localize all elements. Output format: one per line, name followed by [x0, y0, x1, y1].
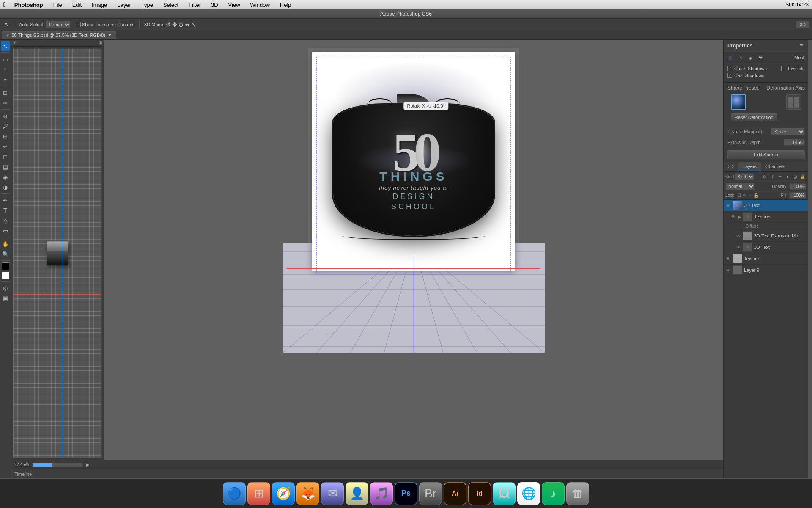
dock-contacts[interactable]: 👤	[346, 482, 368, 505]
layer-item-extrusion[interactable]: 👁 E 3D Text Extrusion Ma...	[734, 230, 808, 242]
tool-crop[interactable]: ⊡	[1, 88, 10, 97]
prop-icon-1[interactable]: ☰	[797, 42, 805, 50]
tool-move[interactable]: ↖	[1, 41, 10, 51]
dock-trash[interactable]: 🗑	[566, 482, 589, 505]
reset-deformation-btn[interactable]: Reset Deformation	[731, 113, 777, 121]
menu-edit[interactable]: Edit	[71, 2, 83, 8]
auto-select-dropdown[interactable]: Group Layer	[46, 21, 71, 28]
dock-indesign[interactable]: Id	[468, 482, 491, 505]
menu-view[interactable]: View	[227, 2, 242, 8]
tool-shape[interactable]: ▭	[1, 226, 10, 235]
lock-icon-4[interactable]: 🔒	[754, 193, 759, 198]
tool-healing[interactable]: ⊕	[1, 111, 10, 121]
thumb-minimize[interactable]: −	[18, 41, 20, 45]
tool-dodge[interactable]: ◑	[1, 182, 10, 192]
layer-item-layer9[interactable]: 👁 Layer 9	[724, 265, 808, 276]
menu-help[interactable]: Help	[278, 2, 293, 8]
cast-shadows-check[interactable]: Cast Shadows	[727, 73, 764, 78]
menu-layer[interactable]: Layer	[115, 2, 133, 8]
textures-arrow[interactable]: ▶	[738, 215, 741, 219]
dock-chrome[interactable]: 🌐	[517, 482, 540, 505]
rotate-3d-icon[interactable]: ↺	[166, 21, 171, 28]
layer-item-texture[interactable]: 👁 Texture	[724, 253, 808, 265]
menu-window[interactable]: Window	[249, 2, 272, 8]
invisible-check[interactable]: Invisible	[781, 66, 805, 71]
tool-path[interactable]: ◇	[1, 216, 10, 225]
menu-file[interactable]: File	[52, 2, 64, 8]
mesh-icon-btn[interactable]: ⬡	[727, 54, 734, 61]
fill-input[interactable]	[789, 192, 806, 199]
layer-item-textures[interactable]: 👁 ▶ T Textures	[729, 211, 808, 223]
app-name[interactable]: Photoshop	[13, 2, 45, 8]
eye-3dtext-sub[interactable]: 👁	[735, 244, 741, 250]
eye-extrusion[interactable]: 👁	[735, 233, 741, 239]
material-icon-btn[interactable]: ◈	[747, 54, 754, 61]
layer-item-3dtext-sub[interactable]: 👁 T 3D Text	[734, 242, 808, 253]
tool-quick-mask[interactable]: ◎	[1, 283, 10, 293]
tool-pen[interactable]: ✒	[1, 196, 10, 205]
transform-checkbox[interactable]	[76, 22, 81, 27]
transform-check[interactable]: Show Transform Controls	[74, 21, 136, 28]
tab-3d[interactable]: 3D	[724, 162, 738, 171]
texture-mapping-select[interactable]: Scale Tile Inflate	[771, 128, 805, 135]
menu-3d[interactable]: 3D	[209, 2, 220, 8]
dock-spotify[interactable]: ♪	[542, 482, 565, 505]
extrusion-value-input[interactable]: 1466	[784, 139, 805, 146]
scale-3d-icon[interactable]: ⤡	[191, 21, 196, 28]
tool-brush[interactable]: 🖌	[1, 121, 10, 131]
layer-btn-1[interactable]: ⟳	[761, 174, 768, 180]
opacity-input[interactable]	[789, 183, 806, 190]
doc-tab-close2[interactable]: ✕	[108, 33, 112, 38]
catch-shadows-check[interactable]: Catch Shadows	[727, 66, 767, 71]
orbit-3d-icon[interactable]: ⊕	[178, 21, 184, 28]
edit-source-btn[interactable]: Edit Source	[727, 150, 805, 159]
shape-preset-thumb[interactable]	[731, 94, 746, 110]
dock-firefox[interactable]: 🦊	[296, 482, 319, 505]
background-color[interactable]	[2, 272, 9, 279]
layer-btn-4[interactable]: ♦	[784, 174, 791, 180]
lock-icon-3[interactable]: ↔	[748, 193, 752, 198]
menu-type[interactable]: Type	[140, 2, 155, 8]
tool-arrow[interactable]: ↖	[3, 20, 11, 29]
progress-arrow[interactable]: ▶	[86, 462, 90, 467]
doc-tab[interactable]: × 50 Things SS.psd @ 27.5% (3D Text, RGB…	[2, 31, 116, 39]
tool-stamp[interactable]: ⊞	[1, 132, 10, 141]
invisible-cb[interactable]	[781, 66, 786, 71]
eye-textures[interactable]: 👁	[730, 214, 736, 220]
dock-safari[interactable]: 🧭	[272, 482, 295, 505]
menu-filter[interactable]: Filter	[187, 2, 203, 8]
canvas-viewport[interactable]: Rotate X △: -10.0° .gl{stroke:rgba(100,1…	[104, 40, 723, 460]
layer-btn-2[interactable]: T	[769, 174, 776, 180]
catch-cb[interactable]	[727, 66, 732, 71]
tool-text[interactable]: T	[1, 206, 10, 215]
dock-mail[interactable]: ✉	[321, 482, 344, 505]
camera-icon-btn[interactable]: 📷	[757, 54, 765, 61]
eye-layer9[interactable]: 👁	[725, 267, 731, 273]
layer-btn-3[interactable]: ✏	[776, 174, 783, 180]
tool-marquee[interactable]: ▭	[1, 55, 10, 64]
thumb-expand[interactable]: ⊞	[99, 41, 102, 45]
dock-finder[interactable]: 🔵	[223, 482, 246, 505]
doc-tab-close[interactable]: ×	[6, 33, 9, 38]
layer-item-3dtext[interactable]: 👁 3D 3D Text	[724, 200, 808, 211]
tool-zoom[interactable]: 🔍	[1, 249, 10, 259]
apple-logo[interactable]: 	[3, 1, 6, 8]
dock-bridge[interactable]: Br	[419, 482, 442, 505]
lock-icon-2[interactable]: ✏	[743, 193, 746, 198]
dock-launchpad[interactable]: ⊞	[247, 482, 270, 505]
menu-image[interactable]: Image	[90, 2, 109, 8]
foreground-color[interactable]	[2, 262, 9, 270]
eye-3dtext[interactable]: 👁	[725, 202, 731, 208]
dock-preview[interactable]: 🖼	[493, 482, 516, 505]
tool-lasso[interactable]: ⌖	[1, 65, 10, 74]
tool-wand[interactable]: ✦	[1, 75, 10, 84]
tool-gradient[interactable]: ▤	[1, 162, 10, 171]
tool-history[interactable]: ↩	[1, 142, 10, 151]
dock-itunes[interactable]: 🎵	[370, 482, 393, 505]
tool-hand[interactable]: ✋	[1, 239, 10, 248]
blend-mode-select[interactable]: Normal	[725, 183, 755, 190]
pan-3d-icon[interactable]: ✥	[172, 21, 177, 28]
eye-texture[interactable]: 👁	[725, 256, 731, 262]
cast-cb[interactable]	[727, 73, 732, 78]
tool-blur[interactable]: ◉	[1, 172, 10, 182]
